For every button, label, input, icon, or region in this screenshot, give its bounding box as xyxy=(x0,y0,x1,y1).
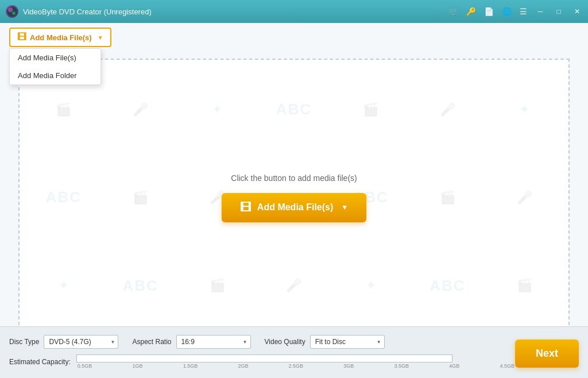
next-button[interactable]: Next xyxy=(515,340,579,368)
tick-7: 4GB xyxy=(449,363,459,369)
wm-film-icon-5: 🎬 xyxy=(179,242,256,330)
wm-star-icon-5: ✦ xyxy=(332,242,409,330)
main-content: 🎬 🎤 ✦ ABC 🎬 🎤 ✦ ABC 🎬 🎤 ✦ ABC 🎬 🎤 ✦ ABC … xyxy=(0,52,588,355)
settings-row: Disc Type DVD-5 (4.7G) DVD-9 (8.5G) Aspe… xyxy=(9,331,579,352)
minimize-button[interactable]: ─ xyxy=(535,6,546,17)
maximize-button[interactable]: □ xyxy=(554,6,564,17)
dropdown-menu: Add Media File(s) Add Media Folder xyxy=(9,48,101,85)
tick-1: 1GB xyxy=(132,363,142,369)
video-quality-select[interactable]: Fit to Disc High Medium Low xyxy=(310,335,385,349)
svg-point-2 xyxy=(12,11,16,15)
dropdown-item-files[interactable]: Add Media File(s) xyxy=(10,49,100,67)
disc-type-group: Disc Type DVD-5 (4.7G) DVD-9 (8.5G) xyxy=(9,335,118,349)
capacity-bar xyxy=(76,354,452,362)
dropdown-item-folder[interactable]: Add Media Folder xyxy=(10,67,100,84)
aspect-ratio-wrapper: 16:9 4:3 xyxy=(176,335,251,349)
wm-text-abc-4: ABC xyxy=(102,242,179,330)
title-bar-controls: 🛒 🔑 📄 🌐 ☰ ─ □ ✕ xyxy=(448,6,582,17)
wm-star-icon: ✦ xyxy=(179,65,256,153)
tick-2: 1.5GB xyxy=(183,363,198,369)
wm-text-abc-5: ABC xyxy=(409,242,486,330)
wm-mic-icon-2: 🎤 xyxy=(409,65,486,153)
big-add-label: Add Media File(s) xyxy=(257,202,333,213)
tick-6: 3.5GB xyxy=(394,363,409,369)
aspect-ratio-label: Aspect Ratio xyxy=(132,338,171,346)
list-icon[interactable]: ☰ xyxy=(520,7,527,16)
close-button[interactable]: ✕ xyxy=(572,6,582,17)
wm-mic-icon-4: 🎤 xyxy=(486,153,563,241)
aspect-ratio-group: Aspect Ratio 16:9 4:3 xyxy=(132,335,250,349)
tick-8: 4.5GB xyxy=(500,363,514,369)
video-quality-group: Video Quality Fit to Disc High Medium Lo… xyxy=(265,335,385,349)
tick-4: 2.5GB xyxy=(289,363,304,369)
wm-film-icon-6: 🎬 xyxy=(486,242,563,330)
wm-film-icon-2: 🎬 xyxy=(332,65,409,153)
tick-3: 2GB xyxy=(238,363,248,369)
title-bar: VideoByte DVD Creator (Unregistered) 🛒 🔑… xyxy=(0,0,588,23)
disc-type-wrapper: DVD-5 (4.7G) DVD-9 (8.5G) xyxy=(44,335,118,349)
drop-zone-hint: Click the button to add media file(s) xyxy=(231,173,357,183)
wm-film-icon-4: 🎬 xyxy=(409,153,486,241)
file-icon[interactable]: 📄 xyxy=(484,7,494,16)
video-quality-wrapper: Fit to Disc High Medium Low xyxy=(310,335,385,349)
add-media-label: Add Media File(s) xyxy=(30,33,92,42)
capacity-bar-area: 0.5GB 1GB 1.5GB 2GB 2.5GB 3GB 3.5GB 4GB … xyxy=(76,354,516,369)
add-media-button[interactable]: 🎞 Add Media File(s) ▼ xyxy=(9,28,111,47)
wm-film-icon-3: 🎬 xyxy=(102,153,179,241)
dropdown-arrow-icon: ▼ xyxy=(98,34,103,41)
drop-zone-content: Click the button to add media file(s) 🎞 … xyxy=(222,173,366,222)
wm-star-icon-2: ✦ xyxy=(486,65,563,153)
wm-star-icon-4: ✦ xyxy=(25,242,102,330)
wm-mic-icon-5: 🎤 xyxy=(256,242,332,330)
disc-type-label: Disc Type xyxy=(9,338,39,346)
svg-point-0 xyxy=(7,6,17,17)
big-dropdown-arrow-icon: ▼ xyxy=(341,203,348,211)
app-title: VideoByte DVD Creator (Unregistered) xyxy=(23,7,152,16)
wm-text-abc-2: ABC xyxy=(25,153,102,241)
app-logo xyxy=(6,5,18,18)
aspect-ratio-select[interactable]: 16:9 4:3 xyxy=(176,335,251,349)
video-quality-label: Video Quality xyxy=(265,338,305,346)
tick-0: 0.5GB xyxy=(78,363,92,369)
cart-icon[interactable]: 🛒 xyxy=(448,7,458,16)
big-film-icon: 🎞 xyxy=(240,201,252,214)
tick-5: 3GB xyxy=(343,363,354,369)
capacity-row: Estimated Capacity: 0.5GB 1GB 1.5GB 2GB … xyxy=(9,354,579,369)
bottom-bar: Disc Type DVD-5 (4.7G) DVD-9 (8.5G) Aspe… xyxy=(0,326,588,378)
capacity-ticks: 0.5GB 1GB 1.5GB 2GB 2.5GB 3GB 3.5GB 4GB … xyxy=(76,363,516,369)
disc-type-select[interactable]: DVD-5 (4.7G) DVD-9 (8.5G) xyxy=(44,335,118,349)
globe-icon[interactable]: 🌐 xyxy=(502,7,512,16)
film-icon: 🎞 xyxy=(17,32,26,43)
toolbar: 🎞 Add Media File(s) ▼ Add Media File(s) … xyxy=(0,23,588,52)
key-icon[interactable]: 🔑 xyxy=(466,7,476,16)
drop-zone: 🎬 🎤 ✦ ABC 🎬 🎤 ✦ ABC 🎬 🎤 ✦ ABC 🎬 🎤 ✦ ABC … xyxy=(18,59,570,337)
big-add-media-button[interactable]: 🎞 Add Media File(s) ▼ xyxy=(222,193,366,222)
title-bar-left: VideoByte DVD Creator (Unregistered) xyxy=(6,5,152,18)
svg-point-1 xyxy=(8,7,13,12)
wm-mic-icon: 🎤 xyxy=(102,65,179,153)
capacity-label: Estimated Capacity: xyxy=(9,358,71,366)
wm-text-abc: ABC xyxy=(256,65,332,153)
